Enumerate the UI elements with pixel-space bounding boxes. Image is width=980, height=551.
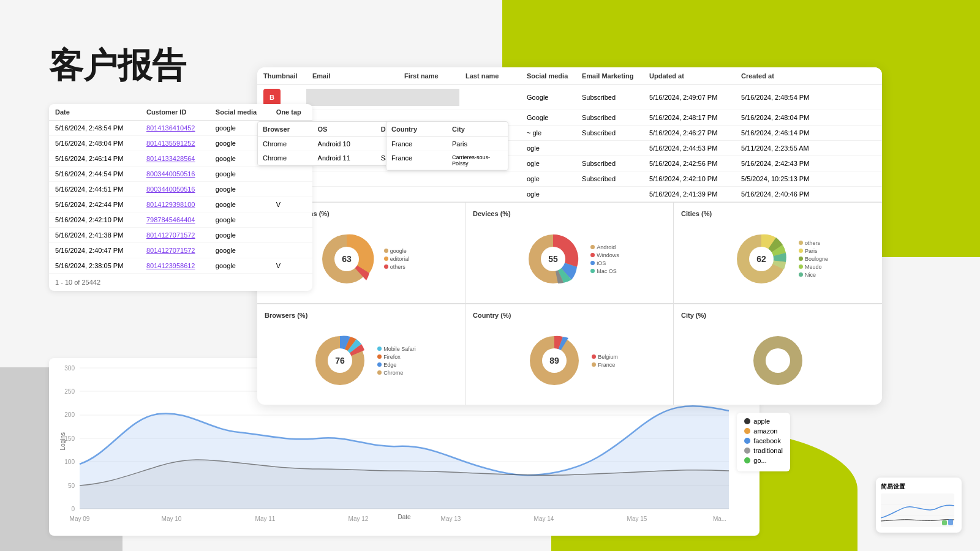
svg-text:300: 300 bbox=[64, 365, 75, 372]
legend-label-apple: apple bbox=[753, 418, 770, 425]
city-chart: City (%) bbox=[674, 304, 882, 405]
col-email: Email bbox=[306, 67, 398, 84]
svg-text:250: 250 bbox=[64, 388, 75, 395]
preview-widget: 简易设置 bbox=[876, 478, 962, 533]
legend-label-facebook: facebook bbox=[753, 437, 781, 444]
table-row: ogle Subscribed 5/16/2024, 2:42:10 PM 5/… bbox=[257, 171, 882, 187]
svg-text:63: 63 bbox=[342, 254, 352, 264]
google-legend-dot bbox=[744, 457, 750, 463]
svg-text:Ma...: Ma... bbox=[713, 515, 726, 522]
social-pie-svg: 63 bbox=[313, 225, 380, 293]
svg-text:May 10: May 10 bbox=[162, 515, 182, 522]
table-row: 5/16/2024, 2:44:54 PM 8003440050516 goog… bbox=[49, 167, 312, 182]
chart-legend: apple amazon facebook traditional go... bbox=[737, 413, 790, 471]
chart-title-browsers: Browsers (%) bbox=[265, 312, 458, 319]
facebook-legend-dot bbox=[744, 438, 750, 444]
th-onetap: One tap bbox=[270, 104, 312, 121]
table-row: France Paris bbox=[386, 137, 508, 151]
th-social: Social media bbox=[209, 104, 270, 121]
th-os: OS bbox=[313, 122, 376, 137]
page-title: 客户报告 bbox=[49, 43, 186, 89]
col-social: Social media bbox=[521, 67, 576, 84]
table-row: 5/16/2024, 2:41:38 PM 8014127071572 goog… bbox=[49, 228, 312, 243]
svg-text:62: 62 bbox=[756, 254, 766, 264]
col-thumbnail: Thumbnail bbox=[257, 67, 306, 84]
devices-pie-svg: 55 bbox=[519, 225, 587, 293]
svg-text:May 15: May 15 bbox=[627, 515, 647, 522]
devices-chart: Devices (%) 55 Android bbox=[466, 203, 674, 304]
country-pie-svg: 89 bbox=[521, 327, 588, 394]
cities-pie-svg: 62 bbox=[728, 225, 795, 293]
table-row: 5/16/2024, 2:44:51 PM 8003440050516 goog… bbox=[49, 182, 312, 197]
charts-row-1: Social platforms (%) 63 google editorial… bbox=[257, 202, 882, 304]
chart-title-city: City (%) bbox=[681, 312, 875, 319]
svg-rect-43 bbox=[948, 519, 953, 525]
chart-title-cities: Cities (%) bbox=[681, 210, 875, 217]
th-date: Date bbox=[49, 104, 140, 121]
table-row: France Carrieres-sous-Poissy bbox=[386, 151, 508, 170]
browsers-pie-svg: 76 bbox=[306, 327, 374, 394]
city-pie-svg bbox=[744, 327, 812, 394]
legend-google: go... bbox=[744, 457, 783, 464]
svg-text:May 14: May 14 bbox=[534, 515, 554, 522]
svg-text:May 13: May 13 bbox=[441, 515, 461, 522]
charts-row-2: Browsers (%) 76 Mobile Sa bbox=[257, 304, 882, 405]
table-row: B Google Subscribed 5/16/2024, 2:49:07 P… bbox=[257, 85, 882, 110]
legend-amazon: amazon bbox=[744, 427, 783, 435]
th-cid: Customer ID bbox=[140, 104, 209, 121]
table-row: ogle 5/16/2024, 2:41:39 PM 5/16/2024, 2:… bbox=[257, 187, 882, 202]
svg-point-16 bbox=[766, 348, 790, 373]
cities-legend: others Paris Boulogne Meudo Nice bbox=[799, 240, 828, 278]
svg-rect-42 bbox=[942, 520, 947, 525]
col-firstname: First name bbox=[398, 67, 459, 84]
col-email-mkt: Email Marketing bbox=[576, 67, 643, 84]
table-row: 5/16/2024, 2:38:05 PM 8014123958612 goog… bbox=[49, 258, 312, 274]
traditional-legend-dot bbox=[744, 448, 750, 454]
table-row: 5/16/2024, 2:42:10 PM 7987845464404 goog… bbox=[49, 212, 312, 228]
cities-chart: Cities (%) 62 bbox=[674, 203, 882, 304]
svg-text:200: 200 bbox=[64, 411, 75, 418]
y-axis-label: Logins bbox=[59, 432, 66, 450]
legend-label-traditional: traditional bbox=[753, 447, 783, 454]
browsers-legend: Mobile Safari Firefox Edge Chrome bbox=[377, 346, 416, 376]
svg-text:0: 0 bbox=[71, 506, 75, 512]
th-country: Country bbox=[386, 122, 447, 137]
chart-title-devices: Devices (%) bbox=[473, 210, 666, 217]
legend-traditional: traditional bbox=[744, 447, 783, 454]
svg-text:May 12: May 12 bbox=[349, 515, 369, 522]
amazon-legend-dot bbox=[744, 428, 750, 434]
table-row: 5/16/2024, 2:40:47 PM 8014127071572 goog… bbox=[49, 243, 312, 258]
svg-text:100: 100 bbox=[64, 459, 75, 465]
preview-chart-svg bbox=[881, 493, 954, 527]
svg-text:May 09: May 09 bbox=[70, 515, 90, 522]
legend-label-google: go... bbox=[753, 457, 766, 464]
legend-facebook: facebook bbox=[744, 437, 783, 444]
col-lastname: Last name bbox=[459, 67, 521, 84]
preview-title: 简易设置 bbox=[881, 482, 957, 491]
col-updated: Updated at bbox=[643, 67, 735, 84]
avatar: B bbox=[263, 89, 281, 106]
apple-legend-dot bbox=[744, 418, 750, 424]
chart-title-country: Country (%) bbox=[473, 312, 666, 319]
country-legend: Belgium France bbox=[592, 354, 618, 368]
social-legend: google editorial others bbox=[384, 248, 410, 270]
browsers-chart: Browsers (%) 76 Mobile Sa bbox=[257, 304, 466, 405]
legend-label-amazon: amazon bbox=[753, 427, 777, 435]
svg-text:50: 50 bbox=[68, 482, 75, 489]
svg-text:May 11: May 11 bbox=[255, 515, 276, 522]
svg-text:76: 76 bbox=[335, 356, 345, 365]
dashboard-card: Thumbnail Email First name Last name Soc… bbox=[257, 67, 882, 405]
th-browser: Browser bbox=[258, 122, 313, 137]
legend-apple: apple bbox=[744, 418, 783, 425]
devices-legend: Android Windows iOS Mac OS bbox=[590, 244, 619, 274]
pagination: 1 - 10 of 25442 bbox=[49, 274, 312, 291]
table-row: 5/16/2024, 2:42:44 PM 8014129398100 goog… bbox=[49, 197, 312, 212]
country-city-overlay: Country City France Paris France Carrier… bbox=[386, 121, 508, 171]
country-chart: Country (%) 89 Belgium France bbox=[466, 304, 674, 405]
svg-text:89: 89 bbox=[549, 356, 559, 365]
th-city: City bbox=[447, 122, 508, 137]
svg-text:55: 55 bbox=[548, 254, 558, 264]
col-created: Created at bbox=[735, 67, 827, 84]
